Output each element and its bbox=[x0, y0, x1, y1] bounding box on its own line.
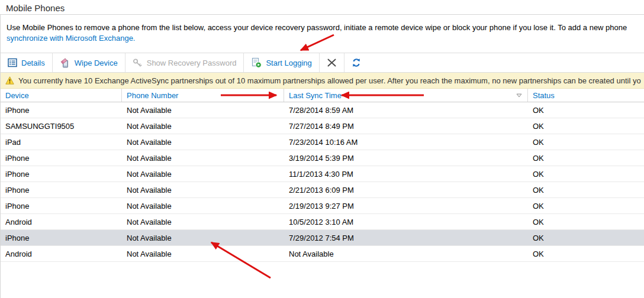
sort-descending-icon bbox=[516, 93, 522, 98]
refresh-button[interactable] bbox=[344, 53, 368, 72]
start-logging-label: Start Logging bbox=[266, 59, 311, 67]
cell-status: OK bbox=[528, 218, 644, 226]
cell-device: iPhone bbox=[1, 234, 122, 242]
table-row[interactable]: iPhone Not Available 7/29/2012 7:54 PM O… bbox=[1, 230, 644, 246]
cell-last-sync-time: 10/5/2012 3:10 AM bbox=[284, 218, 528, 226]
table-header: Device Phone Number Last Sync Time Statu… bbox=[1, 89, 644, 102]
table-row[interactable]: iPhone Not Available 11/1/2013 4:30 PM O… bbox=[1, 166, 644, 182]
wipe-device-button[interactable]: Wipe Device bbox=[53, 53, 125, 72]
refresh-icon bbox=[352, 58, 361, 67]
cell-phone-number: Not Available bbox=[122, 218, 284, 226]
start-logging-button[interactable]: Start Logging bbox=[244, 53, 319, 72]
cell-phone-number: Not Available bbox=[122, 170, 284, 179]
cell-device: Android bbox=[1, 218, 122, 226]
cell-phone-number: Not Available bbox=[122, 202, 284, 210]
table-row[interactable]: iPhone Not Available 3/19/2014 5:39 PM O… bbox=[1, 150, 644, 166]
table-row[interactable]: iPad Not Available 7/23/2014 10:16 AM OK bbox=[1, 134, 644, 150]
intro-text: Use Mobile Phones to remove a phone from… bbox=[1, 15, 644, 53]
cell-status: OK bbox=[528, 122, 644, 131]
cell-device: Android bbox=[1, 250, 122, 258]
cell-status: OK bbox=[528, 234, 644, 242]
table-row[interactable]: SAMSUNGGTI9505 Not Available 7/27/2014 8… bbox=[1, 118, 644, 134]
table-row[interactable]: Android Not Available 10/5/2012 3:10 AM … bbox=[1, 214, 644, 230]
cell-last-sync-time: 7/29/2012 7:54 PM bbox=[284, 234, 528, 242]
cell-phone-number: Not Available bbox=[122, 106, 284, 115]
details-label: Details bbox=[21, 59, 45, 67]
cell-device: iPhone bbox=[1, 154, 122, 163]
cell-last-sync-time: 7/28/2014 8:59 AM bbox=[284, 106, 528, 115]
cell-last-sync-time: 3/19/2014 5:39 PM bbox=[284, 154, 528, 163]
table-row[interactable]: iPhone Not Available 2/19/2013 9:27 PM O… bbox=[1, 198, 644, 214]
cell-device: iPhone bbox=[1, 106, 122, 115]
cell-status: OK bbox=[528, 202, 644, 210]
wipe-device-label: Wipe Device bbox=[75, 59, 118, 67]
column-header-device[interactable]: Device bbox=[1, 89, 122, 102]
cell-phone-number: Not Available bbox=[122, 154, 284, 163]
table-row[interactable]: iPhone Not Available 2/21/2013 6:09 PM O… bbox=[1, 182, 644, 198]
cell-last-sync-time: 11/1/2013 4:30 PM bbox=[284, 170, 528, 179]
show-recovery-password-label: Show Recovery Password bbox=[147, 59, 237, 67]
mobile-phones-page: Mobile Phones Use Mobile Phones to remov… bbox=[0, 0, 644, 298]
cell-device: iPhone bbox=[1, 170, 122, 179]
activesync-warning-banner: You currently have 10 Exchange ActiveSyn… bbox=[1, 73, 644, 89]
cell-status: OK bbox=[528, 138, 644, 147]
column-header-status[interactable]: Status bbox=[528, 89, 644, 102]
cell-status: OK bbox=[528, 106, 644, 115]
table-row[interactable]: iPhone Not Available 7/28/2014 8:59 AM O… bbox=[1, 102, 644, 118]
column-header-last-sync-time[interactable]: Last Sync Time bbox=[284, 89, 528, 102]
toolbar: Details Wipe Device bbox=[1, 53, 644, 73]
cell-device: iPad bbox=[1, 138, 122, 147]
warning-text: You currently have 10 Exchange ActiveSyn… bbox=[18, 76, 641, 85]
cell-phone-number: Not Available bbox=[122, 250, 284, 258]
cell-device: SAMSUNGGTI9505 bbox=[1, 122, 122, 131]
cell-device: iPhone bbox=[1, 186, 122, 195]
cell-last-sync-time: 7/27/2014 8:49 PM bbox=[284, 122, 528, 131]
cell-last-sync-time: Not Available bbox=[284, 250, 528, 258]
cell-phone-number: Not Available bbox=[122, 234, 284, 242]
synchronize-link[interactable]: synchronize with Microsoft Exchange. bbox=[7, 34, 135, 43]
delete-device-button[interactable] bbox=[320, 53, 344, 72]
page-title: Mobile Phones bbox=[0, 0, 644, 14]
table-row[interactable]: Android Not Available Not Available OK bbox=[1, 246, 644, 262]
content-panel: Use Mobile Phones to remove a phone from… bbox=[0, 14, 644, 298]
start-logging-icon bbox=[251, 57, 262, 68]
cell-status: OK bbox=[528, 154, 644, 163]
delete-x-icon bbox=[327, 58, 337, 67]
wipe-device-icon bbox=[60, 58, 70, 68]
cell-status: OK bbox=[528, 250, 644, 258]
cell-status: OK bbox=[528, 186, 644, 195]
key-icon bbox=[133, 58, 143, 67]
cell-last-sync-time: 2/19/2013 9:27 PM bbox=[284, 202, 528, 210]
details-button[interactable]: Details bbox=[1, 53, 53, 72]
intro-line1: Use Mobile Phones to remove a phone from… bbox=[7, 23, 627, 32]
cell-device: iPhone bbox=[1, 202, 122, 210]
cell-phone-number: Not Available bbox=[122, 138, 284, 147]
cell-phone-number: Not Available bbox=[122, 122, 284, 131]
warning-triangle-icon bbox=[5, 76, 14, 85]
column-header-phone-number[interactable]: Phone Number bbox=[122, 89, 284, 102]
cell-last-sync-time: 7/23/2014 10:16 AM bbox=[284, 138, 528, 147]
devices-table: Device Phone Number Last Sync Time Statu… bbox=[1, 89, 644, 262]
show-recovery-password-button[interactable]: Show Recovery Password bbox=[125, 53, 244, 72]
table-body: iPhone Not Available 7/28/2014 8:59 AM O… bbox=[1, 102, 644, 262]
cell-status: OK bbox=[528, 170, 644, 179]
details-icon bbox=[8, 58, 17, 67]
cell-last-sync-time: 2/21/2013 6:09 PM bbox=[284, 186, 528, 195]
cell-phone-number: Not Available bbox=[122, 186, 284, 195]
